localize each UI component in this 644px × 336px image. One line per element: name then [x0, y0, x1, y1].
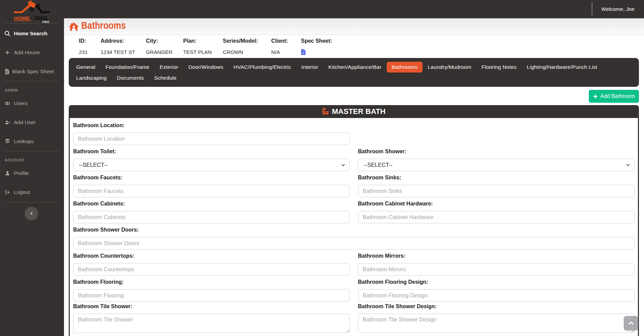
svg-text:HOME: HOME [14, 15, 30, 21]
svg-text:PRO: PRO [42, 20, 49, 24]
